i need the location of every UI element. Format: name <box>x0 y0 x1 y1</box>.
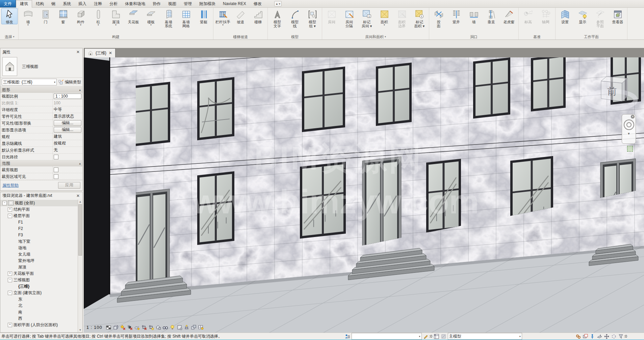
section-header-extents[interactable]: 范围▴ <box>0 160 82 166</box>
browser-scrollbar[interactable]: ▲ ▼ <box>78 200 82 332</box>
locked-3d-icon[interactable] <box>155 324 161 330</box>
expand-icon[interactable]: + <box>8 207 12 212</box>
building-side-wall[interactable] <box>84 57 110 309</box>
tree-item[interactable]: 场地 <box>0 245 82 251</box>
menu-tab-4[interactable]: 系统 <box>59 0 75 7</box>
design-options-icon[interactable] <box>434 334 439 339</box>
reveal-hidden-icon[interactable] <box>170 324 175 330</box>
crop-view-icon[interactable] <box>141 324 147 330</box>
drag-on-selection-toggle-icon[interactable] <box>604 334 610 339</box>
properties-help-link[interactable]: 属性帮助 <box>2 183 19 188</box>
tree-item[interactable]: 女儿墙 <box>0 251 82 258</box>
ribbon-button-component[interactable]: 构件▾ <box>72 8 89 26</box>
edit-button[interactable]: 编辑... <box>54 120 81 126</box>
editable-only-pencil-icon[interactable] <box>423 334 429 339</box>
tree-item[interactable]: −视图 (全部) <box>0 200 82 206</box>
ribbon-button-model-text[interactable]: 模型 文字 <box>268 8 286 28</box>
select-pinned-toggle-icon[interactable] <box>590 334 595 339</box>
menu-tab-11[interactable]: 管理 <box>180 0 196 7</box>
expand-icon[interactable]: + <box>8 323 12 327</box>
tree-item[interactable]: F3 <box>0 232 82 238</box>
checkbox[interactable] <box>54 174 58 179</box>
collapse-icon[interactable]: − <box>2 201 7 205</box>
property-value[interactable]: 中等 <box>54 107 62 112</box>
modify-button[interactable]: 修改 <box>1 8 18 24</box>
collapse-icon[interactable]: − <box>8 291 12 295</box>
menu-tab-9[interactable]: 协作 <box>149 0 164 7</box>
menu-tab-10[interactable]: 视图 <box>164 0 180 7</box>
building-window[interactable] <box>132 82 170 147</box>
ribbon-button-workplane-show[interactable]: 显示 <box>574 8 591 24</box>
ribbon-button-dormer[interactable]: 老虎窗 <box>500 8 518 24</box>
ribbon-button-by-face[interactable]: 按 面 <box>430 8 447 28</box>
tree-item[interactable]: 南 <box>0 309 82 315</box>
active-workset-dropdown[interactable]: ▾ <box>352 333 422 340</box>
type-selector[interactable]: 三维视图: {三维}▾ <box>2 79 57 85</box>
filter-icon[interactable] <box>618 334 624 339</box>
tree-item[interactable]: 北 <box>0 303 82 309</box>
ribbon-button-roof[interactable]: 屋顶▾ <box>107 8 125 26</box>
navigation-bar[interactable]: ✕ ▼ <box>622 114 636 144</box>
ribbon-button-door[interactable]: 门 <box>37 8 54 24</box>
worksharing-display-icon[interactable] <box>198 324 204 330</box>
ribbon-button-railing[interactable]: 栏杆扶手▾ <box>214 8 232 26</box>
ribbon-button-mullion[interactable]: 竖梃 <box>195 8 212 24</box>
tree-item[interactable]: 东 <box>0 296 82 303</box>
menu-tab-13[interactable]: Naviate REX <box>219 0 250 7</box>
ribbon-group-label[interactable]: 楼梯坡道 <box>214 34 267 40</box>
ribbon-group-label[interactable]: 洞口 <box>430 34 518 40</box>
reveal-constraints-icon[interactable] <box>184 324 189 330</box>
ribbon-button-workplane-settings[interactable]: 设置 <box>556 8 574 24</box>
property-value-input[interactable]: 1 : 100 <box>54 94 81 99</box>
temp-hide-isolate-icon[interactable] <box>162 324 168 330</box>
section-header-graphics[interactable]: 图形▴ <box>0 87 82 93</box>
building-door[interactable] <box>133 189 170 289</box>
ribbon-button-room-separator[interactable]: 房间 分隔 <box>340 8 358 28</box>
temp-view-props-icon[interactable] <box>177 324 182 330</box>
ribbon-group-label-select[interactable]: 选择▾ <box>1 34 18 40</box>
tree-item[interactable]: −立面 (建筑立面) <box>0 290 82 296</box>
ribbon-group-label[interactable]: 模型 <box>268 34 321 40</box>
building-window[interactable] <box>302 67 345 132</box>
property-value[interactable]: 显示原状态 <box>54 113 74 119</box>
ribbon-button-curtain-system[interactable]: 幕墙 系统 <box>160 8 177 28</box>
displaced-elements-icon[interactable] <box>191 324 197 330</box>
scrollbar-thumb[interactable] <box>78 204 82 256</box>
edit-type-button[interactable]: 编辑类型 <box>58 79 81 85</box>
menu-tab-5[interactable]: 插入 <box>75 0 90 7</box>
ribbon-button-wall-opening[interactable]: 墙 <box>465 8 483 24</box>
property-value[interactable]: 100 <box>54 101 60 105</box>
tree-item[interactable]: {三维} <box>0 283 82 290</box>
ribbon-button-wall[interactable]: 墙▾ <box>19 8 37 26</box>
ribbon-button-column[interactable]: 柱▾ <box>89 8 107 26</box>
design-option-pick-icon[interactable] <box>441 334 446 339</box>
apply-button[interactable]: 应用 <box>58 182 80 189</box>
file-menu-button[interactable]: 文件 <box>0 0 16 7</box>
building-window[interactable] <box>473 57 510 119</box>
menu-tab-7[interactable]: 分析 <box>106 0 121 7</box>
ribbon-button-window[interactable]: 窗 <box>54 8 72 24</box>
tree-item[interactable]: 地下室 <box>0 238 82 245</box>
shadows-icon[interactable] <box>127 324 133 330</box>
ribbon-button-model-group[interactable]: 模型 组 ▾ <box>304 8 321 28</box>
select-underlay-toggle-icon[interactable] <box>583 334 588 339</box>
ribbon-group-label[interactable]: 构建 <box>19 34 212 40</box>
ribbon-button-tag-area[interactable]: 1标记 面积 ▾ <box>411 8 428 28</box>
viewcube-front-face-label[interactable]: 前 <box>607 86 617 97</box>
tree-item[interactable]: −三维视图 <box>0 277 82 283</box>
menu-tab-8[interactable]: 体量和场地 <box>121 0 149 7</box>
ribbon-button-shaft[interactable]: 竖井 <box>447 8 465 24</box>
ribbon-button-vertical-opening[interactable]: 垂直 <box>483 8 500 24</box>
tree-item[interactable]: +面积平面 (人防分区面积) <box>0 322 82 328</box>
crop-region-icon[interactable] <box>148 324 154 330</box>
ribbon-button-floor[interactable]: 楼板▾ <box>142 8 160 26</box>
ribbon-button-area[interactable]: 面积▾ <box>376 8 393 26</box>
tree-item[interactable]: 室外地坪 <box>0 258 82 264</box>
building-window[interactable] <box>531 57 566 111</box>
ribbon-button-curtain-grid[interactable]: 幕墙 网格 <box>177 8 195 28</box>
collapse-icon[interactable]: − <box>8 214 12 218</box>
property-value[interactable]: 按规程 <box>54 140 66 146</box>
close-icon[interactable]: ✕ <box>631 115 635 119</box>
edit-button[interactable]: 编辑... <box>54 127 81 133</box>
render-icon[interactable] <box>134 324 140 330</box>
